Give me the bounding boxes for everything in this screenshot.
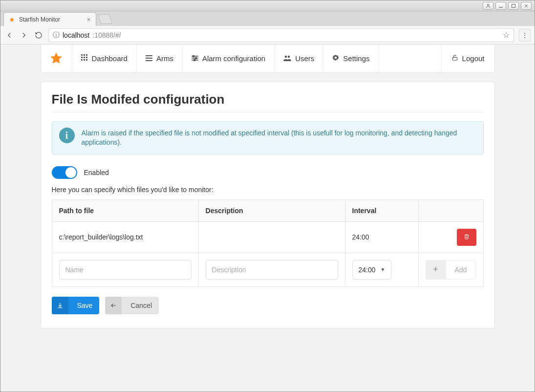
nav-alarm-config[interactable]: Alarm configuration bbox=[183, 44, 275, 72]
page-viewport: Dashboard Arms Alarm configuration bbox=[0, 44, 535, 392]
list-icon bbox=[146, 54, 152, 63]
sliders-icon bbox=[192, 54, 198, 63]
svg-rect-9 bbox=[84, 57, 85, 58]
svg-point-18 bbox=[193, 55, 194, 57]
os-window: ★ Starfish Monitor × ⓘ localhost:10888/#… bbox=[0, 0, 535, 392]
window-close-button[interactable] bbox=[521, 2, 532, 10]
add-button[interactable]: Add bbox=[446, 260, 476, 280]
main-panel: File Is Modifed configuration i Alarm is… bbox=[41, 82, 495, 328]
svg-point-20 bbox=[195, 57, 196, 59]
site-info-icon[interactable]: ⓘ bbox=[53, 31, 60, 40]
grid-icon bbox=[81, 54, 88, 63]
enabled-toggle[interactable] bbox=[52, 166, 77, 179]
svg-rect-5 bbox=[81, 54, 83, 56]
browser-toolbar: ⓘ localhost:10888/#/ ☆ ⋮ bbox=[0, 26, 535, 44]
form-actions: Save Cancel bbox=[52, 297, 484, 314]
svg-rect-6 bbox=[84, 54, 85, 56]
users-icon bbox=[283, 54, 291, 63]
cancel-label: Cancel bbox=[130, 302, 152, 309]
table-row: c:\report_builder\logs\log.txt 24:00 bbox=[52, 221, 483, 253]
star-icon: ★ bbox=[9, 16, 15, 23]
cell-path: c:\report_builder\logs\log.txt bbox=[52, 221, 198, 253]
save-label: Save bbox=[77, 302, 93, 309]
nav-label: Alarm configuration bbox=[202, 54, 265, 63]
svg-rect-25 bbox=[452, 57, 457, 60]
info-text: Alarm is raised if the specified file is… bbox=[82, 129, 457, 146]
url-host: localhost bbox=[63, 31, 89, 39]
svg-rect-11 bbox=[81, 59, 83, 61]
nav-label: Arms bbox=[156, 54, 173, 63]
nav-label: Logout bbox=[462, 54, 485, 63]
window-user-icon[interactable] bbox=[483, 2, 493, 10]
interval-select[interactable]: 24:00 ▼ bbox=[352, 260, 392, 280]
svg-rect-7 bbox=[86, 54, 87, 56]
download-icon bbox=[52, 297, 68, 314]
forward-button[interactable] bbox=[19, 30, 29, 40]
back-button[interactable] bbox=[4, 30, 14, 40]
svg-rect-13 bbox=[86, 59, 87, 61]
browser-tabstrip: ★ Starfish Monitor × bbox=[0, 11, 535, 26]
browser-tab-active[interactable]: ★ Starfish Monitor × bbox=[3, 12, 96, 26]
nav-logout[interactable]: Logout bbox=[442, 44, 494, 72]
browser-tab-title: Starfish Monitor bbox=[19, 16, 60, 23]
window-maximize-button[interactable] bbox=[508, 2, 519, 10]
window-minimize-button[interactable] bbox=[495, 2, 506, 10]
save-button[interactable]: Save bbox=[52, 297, 100, 314]
svg-point-24 bbox=[288, 56, 290, 58]
th-interval: Interval bbox=[345, 199, 418, 221]
nav-spacer bbox=[379, 44, 442, 72]
chevron-down-icon: ▼ bbox=[381, 267, 385, 272]
new-name-input[interactable] bbox=[59, 260, 192, 280]
cancel-button[interactable]: Cancel bbox=[105, 297, 159, 314]
info-icon: i bbox=[59, 128, 75, 143]
page-title: File Is Modifed configuration bbox=[52, 92, 484, 112]
svg-point-0 bbox=[487, 4, 489, 6]
browser-menu-button[interactable]: ⋮ bbox=[519, 29, 531, 42]
svg-point-22 bbox=[193, 59, 195, 61]
svg-rect-12 bbox=[84, 59, 85, 61]
info-alert: i Alarm is raised if the specified file … bbox=[52, 121, 484, 154]
nav-label: Dashboard bbox=[92, 54, 128, 63]
add-label: Add bbox=[455, 266, 467, 274]
add-plus-button[interactable]: + bbox=[426, 260, 446, 280]
cell-interval: 24:00 bbox=[345, 221, 418, 253]
th-description: Description bbox=[198, 199, 345, 221]
th-path: Path to file bbox=[52, 199, 198, 221]
bookmark-star-icon[interactable]: ☆ bbox=[503, 30, 510, 40]
new-tab-button[interactable] bbox=[98, 14, 112, 24]
reload-button[interactable] bbox=[34, 30, 43, 40]
th-actions bbox=[418, 199, 483, 221]
interval-value: 24:00 bbox=[359, 266, 376, 274]
svg-rect-10 bbox=[86, 57, 87, 58]
nav-arms[interactable]: Arms bbox=[137, 44, 183, 72]
nav-label: Users bbox=[295, 54, 314, 63]
svg-rect-8 bbox=[81, 57, 83, 58]
svg-rect-2 bbox=[512, 4, 515, 7]
nav-label: Settings bbox=[343, 54, 369, 63]
brand-logo[interactable] bbox=[41, 44, 72, 72]
window-titlebar bbox=[0, 0, 535, 11]
monitor-subtext: Here you can specify which files you'd l… bbox=[52, 186, 484, 194]
nav-dashboard[interactable]: Dashboard bbox=[72, 44, 137, 72]
gear-icon bbox=[332, 54, 339, 63]
url-rest: :10888/#/ bbox=[92, 31, 121, 39]
cell-description bbox=[198, 221, 345, 253]
unlock-icon bbox=[451, 54, 458, 63]
close-icon[interactable]: × bbox=[87, 16, 91, 23]
trash-icon bbox=[464, 233, 470, 241]
nav-settings[interactable]: Settings bbox=[323, 44, 379, 72]
new-description-input[interactable] bbox=[206, 260, 338, 280]
app-navbar: Dashboard Arms Alarm configuration bbox=[41, 44, 495, 73]
nav-users[interactable]: Users bbox=[275, 44, 323, 72]
enabled-label: Enabled bbox=[84, 169, 109, 176]
plus-icon: + bbox=[433, 264, 438, 275]
svg-point-23 bbox=[285, 56, 287, 58]
files-table: Path to file Description Interval c:\rep… bbox=[52, 199, 484, 287]
back-arrow-icon bbox=[105, 297, 122, 314]
new-row: 24:00 ▼ + Add bbox=[52, 253, 483, 286]
address-bar[interactable]: ⓘ localhost:10888/#/ ☆ bbox=[48, 28, 514, 42]
delete-row-button[interactable] bbox=[457, 229, 476, 246]
